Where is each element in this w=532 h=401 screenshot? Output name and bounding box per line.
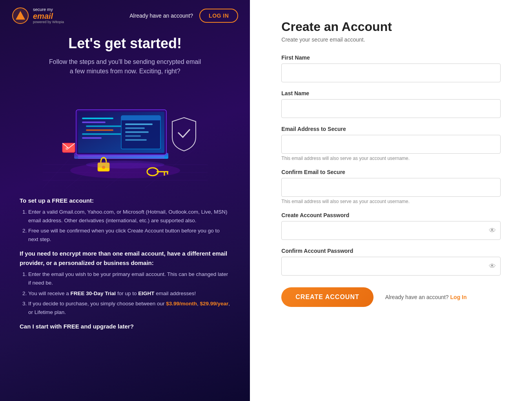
info2-item-2: You will receive a FREE 30-Day Trial for… [28, 289, 230, 298]
first-name-group: First Name [281, 54, 501, 82]
email-input[interactable] [281, 135, 501, 154]
confirm-password-label: Confirm Account Password [281, 248, 501, 254]
svg-rect-19 [86, 125, 121, 127]
footer-already-text: Already have an account? Log In [385, 294, 467, 300]
logo-powered-text: powered by Witopia [33, 20, 64, 24]
logo-secure-text: secure my [33, 7, 64, 12]
main-content: Let's get started! Follow the steps and … [0, 31, 250, 401]
footer-login-link[interactable]: Log In [450, 294, 467, 300]
hero-title: Let's get started! [20, 35, 230, 52]
create-account-button[interactable]: CREATE ACCOUNT [281, 287, 373, 307]
password-input[interactable] [281, 221, 501, 240]
svg-rect-21 [82, 133, 121, 135]
logo-email-text: email [33, 12, 64, 20]
info1-item-1: Enter a valid Gmail.com, Yahoo.com, or M… [28, 208, 230, 225]
password-label: Create Account Password [281, 212, 501, 218]
first-name-input[interactable] [281, 64, 501, 82]
logo-icon [12, 7, 29, 24]
form-title: Create an Account [281, 20, 501, 34]
info-section: To set up a FREE account: Enter a valid … [20, 196, 230, 334]
info2-list: Enter the email you wish to be your prim… [20, 270, 230, 316]
header: secure my email powered by Witopia Alrea… [0, 0, 250, 31]
confirm-password-group: Confirm Account Password 👁 [281, 248, 501, 276]
left-panel: secure my email powered by Witopia Alrea… [0, 0, 250, 401]
last-name-input[interactable] [281, 99, 501, 118]
svg-rect-22 [82, 137, 102, 139]
svg-rect-24 [121, 116, 160, 120]
confirm-email-hint: This email address will also serve as yo… [281, 199, 501, 204]
svg-rect-26 [125, 127, 145, 129]
confirm-password-wrapper: 👁 [281, 257, 501, 276]
email-group: Email Address to Secure This email addre… [281, 126, 501, 161]
info2-heading: If you need to encrypt more than one ema… [20, 249, 230, 268]
info2-item-3: If you decide to purchase, you simply ch… [28, 299, 230, 316]
first-name-label: First Name [281, 54, 501, 61]
confirm-password-input[interactable] [281, 257, 501, 276]
svg-point-38 [86, 161, 164, 169]
confirm-password-eye-icon[interactable]: 👁 [489, 262, 496, 270]
header-right: Already have an account? LOG IN [129, 9, 238, 23]
password-group: Create Account Password 👁 [281, 212, 501, 240]
logo: secure my email powered by Witopia [12, 7, 64, 24]
form-subtitle: Create your secure email account. [281, 36, 501, 43]
svg-rect-27 [125, 131, 149, 133]
login-button[interactable]: LOG IN [199, 9, 238, 23]
hero-subtitle: Follow the steps and you'll be sending e… [20, 57, 230, 76]
svg-rect-20 [86, 129, 113, 131]
svg-rect-25 [125, 123, 153, 125]
email-hint: This email address will also serve as yo… [281, 156, 501, 161]
form-footer: CREATE ACCOUNT Already have an account? … [281, 287, 501, 307]
logo-text: secure my email powered by Witopia [33, 7, 64, 24]
password-wrapper: 👁 [281, 221, 501, 240]
last-name-label: Last Name [281, 90, 501, 96]
info2-item-1: Enter the email you wish to be your prim… [28, 270, 230, 287]
confirm-email-group: Confirm Email to Secure This email addre… [281, 169, 501, 204]
last-name-group: Last Name [281, 90, 501, 118]
info1-list: Enter a valid Gmail.com, Yahoo.com, or M… [20, 208, 230, 243]
svg-rect-18 [82, 122, 106, 123]
svg-rect-17 [82, 118, 113, 119]
info3-heading: Can I start with FREE and upgrade later? [20, 322, 230, 331]
email-label: Email Address to Secure [281, 126, 501, 132]
svg-rect-29 [125, 139, 147, 141]
svg-rect-28 [125, 135, 141, 137]
svg-text:@: @ [66, 147, 69, 150]
info1-heading: To set up a FREE account: [20, 196, 230, 205]
confirm-email-input[interactable] [281, 178, 501, 197]
confirm-email-label: Confirm Email to Secure [281, 169, 501, 175]
info1-item-2: Free use will be confirmed when you clic… [28, 227, 230, 243]
illustration: @ [20, 82, 230, 192]
right-panel: Create an Account Create your secure ema… [250, 0, 532, 401]
already-have-account-text: Already have an account? [129, 13, 193, 19]
svg-rect-14 [78, 158, 164, 159]
password-eye-icon[interactable]: 👁 [489, 227, 496, 235]
svg-rect-13 [78, 156, 164, 157]
